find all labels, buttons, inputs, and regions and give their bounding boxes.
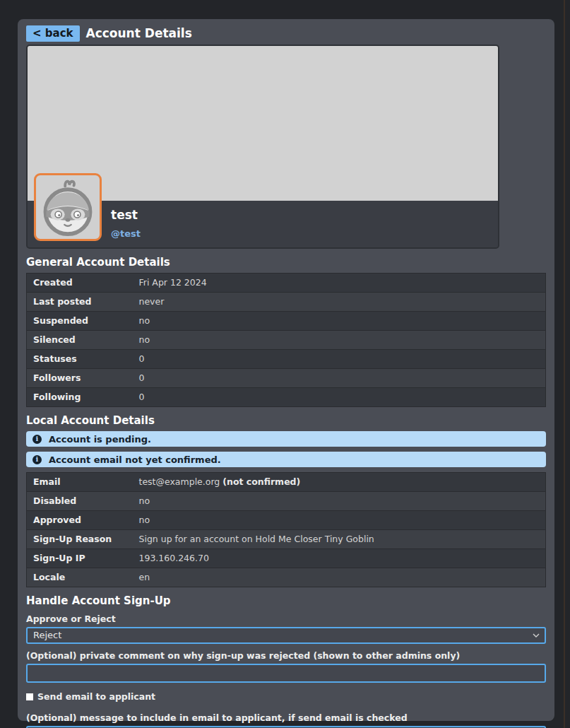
info-icon: i: [32, 455, 42, 464]
table-row: Disabledno: [27, 492, 546, 511]
display-name: test: [111, 208, 498, 222]
email-value: test@example.org: [139, 476, 223, 487]
general-section-heading: General Account Details: [26, 256, 546, 269]
send-email-label: Send email to applicant: [37, 691, 155, 702]
account-pending-banner: i Account is pending.: [26, 431, 546, 447]
table-row: Sign-Up IP193.160.246.70: [27, 549, 546, 568]
email-unconfirmed-banner: i Account email not yet confirmed.: [26, 452, 546, 467]
table-row: Silencedno: [27, 331, 546, 350]
profile-card: test @test: [26, 45, 499, 249]
table-row: Localeen: [27, 568, 546, 587]
sloth-avatar-icon: [37, 177, 98, 237]
avatar[interactable]: [34, 173, 102, 241]
table-row: Following0: [27, 388, 546, 407]
signup-section-heading: Handle Account Sign-Up: [26, 594, 546, 607]
table-row: Statuses0: [27, 350, 546, 369]
send-email-checkbox[interactable]: [26, 693, 33, 700]
private-comment-input[interactable]: [26, 664, 546, 683]
approve-reject-select-wrap: Reject: [26, 627, 546, 644]
back-button[interactable]: < back: [26, 25, 80, 42]
general-details-table: CreatedFri Apr 12 2024 Last postednever …: [26, 273, 546, 407]
local-section-heading: Local Account Details: [26, 414, 546, 427]
approve-reject-select[interactable]: Reject: [26, 627, 546, 644]
banner-text: Account is pending.: [49, 434, 151, 445]
banner-text: Account email not yet confirmed.: [49, 454, 221, 465]
local-details-table: Emailtest@example.org (not confirmed) Di…: [26, 472, 546, 587]
email-not-confirmed-flag: (not confirmed): [222, 476, 300, 487]
account-handle[interactable]: @test: [111, 228, 498, 239]
profile-names: test @test: [111, 201, 498, 239]
table-row: Last postednever: [27, 293, 546, 312]
window-edge-divider: [564, 0, 565, 728]
page-header: < back Account Details: [26, 24, 546, 42]
info-icon: i: [32, 435, 42, 444]
table-row: CreatedFri Apr 12 2024: [27, 274, 546, 293]
profile-card-bar: test @test: [28, 201, 498, 247]
account-details-panel: < back Account Details: [18, 19, 554, 721]
table-row: Suspendedno: [27, 312, 546, 331]
table-row: Followers0: [27, 369, 546, 388]
table-row: Sign-Up ReasonSign up for an account on …: [27, 530, 546, 549]
email-message-label: (Optional) message to include in email t…: [26, 712, 546, 723]
table-row: Emailtest@example.org (not confirmed): [27, 473, 546, 492]
approve-reject-label: Approve or Reject: [26, 613, 546, 624]
private-comment-label: (Optional) private comment on why sign-u…: [26, 650, 546, 661]
page-title: Account Details: [86, 26, 192, 40]
table-row: Approvedno: [27, 511, 546, 530]
send-email-row: Send email to applicant: [26, 691, 546, 702]
